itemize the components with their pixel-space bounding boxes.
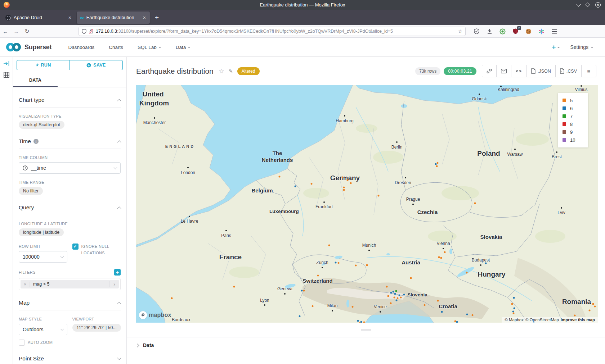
attrib-improve[interactable]: Improve this map — [561, 318, 595, 322]
scatter-point[interactable] — [395, 290, 397, 292]
scatter-point[interactable] — [436, 165, 438, 167]
section-chart-type-header[interactable]: Chart type — [19, 97, 121, 108]
scatter-point[interactable] — [511, 303, 513, 305]
scatter-point[interactable] — [312, 305, 314, 307]
scatter-point[interactable] — [355, 265, 357, 267]
checkbox-unchecked-icon[interactable] — [19, 340, 25, 346]
back-icon[interactable]: ← — [0, 28, 11, 35]
download-icon[interactable] — [487, 28, 493, 35]
scatter-point[interactable] — [410, 277, 412, 279]
add-filter-button[interactable]: + — [114, 269, 121, 276]
scatter-point[interactable] — [424, 304, 426, 306]
filter-item[interactable]: × mag > 5 › — [21, 280, 119, 288]
ublock-shield-icon[interactable]: 2 — [512, 28, 519, 35]
remove-filter-icon[interactable]: × — [21, 282, 30, 287]
scatter-point[interactable] — [592, 303, 594, 305]
scatter-point[interactable] — [328, 245, 330, 246]
scatter-point[interactable] — [311, 183, 313, 185]
scatter-point[interactable] — [171, 297, 173, 299]
green-extension-icon[interactable] — [499, 28, 506, 35]
section-query-header[interactable]: Query — [19, 204, 121, 215]
protections-shield-icon[interactable] — [474, 28, 480, 35]
scatter-point[interactable] — [386, 286, 388, 288]
scatter-point[interactable] — [343, 187, 345, 188]
dataset-grid-icon[interactable] — [4, 72, 9, 78]
share-link-button[interactable] — [482, 65, 497, 77]
tab-apache-druid[interactable]: Apache Druid × — [2, 12, 75, 24]
auto-zoom-checkbox[interactable]: AUTO ZOOM — [19, 340, 67, 346]
scatter-point[interactable] — [378, 195, 380, 197]
scatter-point[interactable] — [441, 311, 443, 313]
viz-type-value[interactable]: deck.gl Scatterplot — [19, 121, 64, 129]
scatter-point[interactable] — [466, 272, 468, 274]
nav-charts[interactable]: Charts — [109, 45, 123, 50]
bookmark-star-icon[interactable]: ☆ — [458, 28, 462, 34]
settings-menu[interactable]: Settings — [570, 44, 593, 50]
checkbox-checked-icon[interactable]: ✓ — [72, 244, 79, 250]
row-limit-select[interactable]: 100000 — [19, 251, 67, 263]
cookie-extension-icon[interactable] — [525, 28, 532, 35]
superset-logo[interactable]: Superset — [6, 42, 51, 52]
chart-menu-button[interactable]: ≡ — [582, 65, 596, 77]
new-tab-button[interactable]: + — [151, 14, 162, 22]
forward-icon[interactable]: → — [11, 28, 22, 35]
scatter-point[interactable] — [437, 300, 439, 302]
ignore-null-checkbox[interactable]: ✓ IGNORE NULL LOCATIONS — [72, 244, 121, 256]
embed-code-button[interactable]: <> — [511, 65, 527, 77]
scatter-point[interactable] — [359, 322, 361, 323]
reload-icon[interactable]: ↻ — [22, 28, 32, 35]
scatter-point[interactable] — [444, 251, 446, 253]
tab-earthquake-distribution[interactable]: ∞ Earthquake distribution × — [77, 12, 150, 24]
email-button[interactable] — [497, 65, 511, 77]
scatter-point[interactable] — [350, 182, 352, 184]
scatter-point[interactable] — [574, 315, 576, 317]
hamburger-menu-icon[interactable] — [551, 28, 557, 35]
scatter-point[interactable] — [363, 322, 365, 323]
scatter-point[interactable] — [394, 297, 395, 299]
window-minimize-icon[interactable] — [577, 2, 581, 7]
scatter-point[interactable] — [352, 306, 354, 308]
data-panel-toggle[interactable]: Data — [136, 342, 605, 348]
scatter-point[interactable] — [403, 294, 405, 296]
attrib-osm[interactable]: © OpenStreetMap — [525, 318, 559, 322]
scatter-point[interactable] — [295, 186, 296, 187]
scatter-point[interactable] — [456, 321, 458, 323]
colorful-extension-icon[interactable] — [538, 28, 544, 35]
export-csv-button[interactable]: x .CSV — [556, 65, 582, 77]
time-range-value[interactable]: No filter — [19, 187, 43, 195]
scatter-point[interactable] — [387, 295, 389, 297]
section-map-header[interactable]: Map — [19, 300, 121, 310]
scatter-point[interactable] — [317, 275, 319, 277]
scatter-point[interactable] — [485, 263, 487, 264]
panel-resize-handle[interactable] — [127, 323, 605, 337]
expand-panel-icon[interactable] — [4, 61, 9, 66]
edit-title-icon[interactable]: ✎ — [229, 68, 233, 74]
window-maximize-icon[interactable] — [585, 3, 590, 7]
scatter-point[interactable] — [440, 257, 442, 259]
scatter-point[interactable] — [393, 291, 394, 293]
run-button[interactable]: RUN — [17, 60, 70, 70]
scatter-point[interactable] — [343, 189, 345, 191]
scatter-point[interactable] — [474, 203, 476, 204]
scatter-point[interactable] — [299, 315, 301, 317]
scatter-point[interactable] — [514, 308, 515, 309]
scatter-point[interactable] — [390, 292, 392, 294]
chevron-right-icon[interactable]: › — [109, 281, 119, 287]
tab-close-icon[interactable]: × — [68, 15, 72, 21]
scatter-point[interactable] — [472, 314, 474, 316]
scatter-point[interactable] — [399, 295, 400, 296]
nav-data[interactable]: Data — [176, 45, 191, 50]
scatter-point[interactable] — [397, 297, 399, 299]
section-time-header[interactable]: Timei — [19, 138, 121, 149]
deckgl-map[interactable]: UnitedKingdomENGLANDTheNetherlandsBelgiu… — [136, 85, 598, 323]
map-style-select[interactable]: Outdoors — [19, 324, 67, 335]
scatter-point[interactable] — [301, 290, 303, 292]
nav-sql-lab[interactable]: SQL Lab — [138, 45, 161, 50]
export-json-button[interactable]: .JSON — [527, 65, 556, 77]
tab-data[interactable]: DATA — [13, 74, 58, 87]
scatter-point[interactable] — [513, 313, 515, 314]
lonlat-value[interactable]: longitude | latitude — [19, 228, 64, 236]
scatter-point[interactable] — [437, 162, 439, 164]
window-close-icon[interactable]: ✕ — [595, 2, 601, 8]
scatter-point[interactable] — [589, 310, 591, 311]
